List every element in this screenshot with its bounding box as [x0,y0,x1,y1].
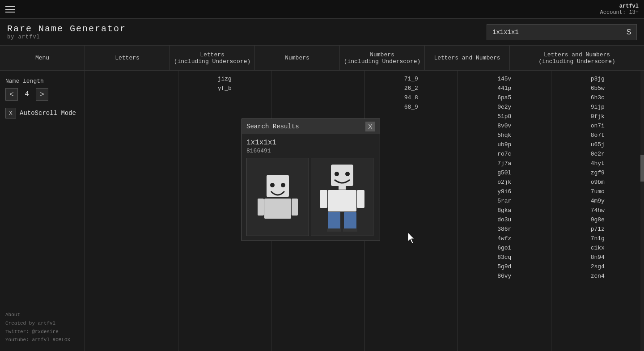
search-bar: S [487,24,637,40]
avatar-fullbody [311,158,373,236]
col-header-numbers[interactable]: Numbers [255,46,340,70]
list-item[interactable]: 5g9d [458,262,551,271]
list-item[interactable]: 6goi [458,243,551,253]
search-result-id: 8166491 [246,148,375,154]
list-item[interactable]: 4wfz [458,234,551,243]
list-item[interactable]: 94_8 [365,93,458,102]
col-header-letters-and-numbers-us[interactable]: Letters and Numbers(including Underscore… [510,46,644,70]
list-item[interactable]: 51p8 [458,112,551,121]
autoscroll-mode[interactable]: X AutoScroll Mode [5,108,79,118]
list-item[interactable]: 7n1g [551,234,644,243]
list-item[interactable]: 68_9 [365,102,458,112]
svg-point-7 [335,172,339,176]
list-item[interactable]: p3jg [551,74,644,84]
list-item[interactable]: 26_2 [365,84,458,93]
search-result-avatars [246,158,375,236]
list-item[interactable]: p71z [551,224,644,234]
list-item[interactable]: 386r [458,224,551,234]
about-section: About Created by artfvl Twitter: @rxdesi… [5,311,79,344]
search-button[interactable]: S [621,24,637,40]
list-item[interactable]: g50l [458,168,551,178]
list-item[interactable]: 0e2r [551,149,644,159]
list-item[interactable]: 7umo [551,187,644,196]
list-item[interactable]: zgf9 [551,168,644,178]
autoscroll-toggle[interactable]: X [5,108,16,118]
search-results-title: Search Results [246,123,299,130]
list-item[interactable]: 8o7t [551,131,644,140]
list-item[interactable]: o9bm [551,178,644,187]
app-subtitle: by artfvl [7,34,126,40]
col-header-letters-us[interactable]: Letters(including Underscore) [170,46,255,70]
svg-rect-13 [328,212,340,230]
list-item[interactable]: 0fjk [551,112,644,121]
list-item[interactable]: 86vy [458,271,551,281]
account-username: artfvl [600,3,639,9]
search-input[interactable] [487,24,621,40]
list-item[interactable]: 7j7a [458,159,551,168]
list-item[interactable]: 8n94 [551,253,644,262]
list-item[interactable]: y9i6 [458,187,551,196]
svg-rect-14 [344,212,356,230]
list-item[interactable]: 0e2y [458,102,551,112]
list-item[interactable]: 4m9y [551,196,644,206]
list-item[interactable]: ro7c [458,149,551,159]
avatar-bust [246,158,309,236]
list-item[interactable]: 5hqk [458,131,551,140]
list-item[interactable]: 441p [458,84,551,93]
list-item[interactable]: yf_b [178,84,271,93]
account-info: artfvl Account: 13+ [600,3,639,16]
list-item[interactable]: 6h3c [551,93,644,102]
list-item[interactable]: jizg [178,74,271,84]
search-results-body: 1x1x1x1 8166491 [242,134,380,241]
scrollbar-thumb[interactable] [640,155,644,182]
svg-rect-16 [343,228,357,232]
col-header-menu[interactable]: Menu [0,46,85,70]
list-item[interactable]: 5rar [458,196,551,206]
avatar-bust-svg [258,173,298,222]
list-item[interactable]: i45v [458,74,551,84]
list-item[interactable]: o2jk [458,178,551,187]
svg-rect-4 [258,199,264,216]
name-length-value: 4 [22,90,31,98]
search-result-name: 1x1x1x1 [246,139,375,147]
list-item[interactable]: 6pa5 [458,93,551,102]
list-item[interactable]: ub9p [458,140,551,149]
svg-rect-0 [267,175,289,197]
list-item[interactable]: 83cq [458,253,551,262]
svg-point-8 [345,172,350,176]
list-item[interactable]: 74hw [551,206,644,215]
header: Rare Name Generator by artfvl S [0,19,644,46]
col-header-numbers-us[interactable]: Numbers(including Underscore) [340,46,425,70]
app-title-text: Rare Name Generator [7,24,126,34]
list-item[interactable]: on7i [551,121,644,131]
list-item[interactable]: do3u [458,215,551,224]
list-item[interactable]: 9ijp [551,102,644,112]
col-letters [85,71,178,351]
search-results-header: Search Results X [242,119,380,134]
list-item[interactable]: 8v0v [458,121,551,131]
svg-rect-5 [292,199,298,216]
app-title: Rare Name Generator by artfvl [7,24,126,40]
svg-point-2 [281,183,285,187]
hamburger-menu[interactable] [5,6,15,13]
list-item[interactable]: u65j [551,140,644,149]
svg-rect-11 [320,190,327,208]
list-item[interactable]: 2sg4 [551,262,644,271]
list-item[interactable]: 6b5w [551,84,644,93]
increase-button[interactable]: > [36,88,48,101]
list-item[interactable]: c1kx [551,243,644,253]
list-item[interactable]: 9g8e [551,215,644,224]
about-line-1: Created by artfvl [5,319,79,328]
list-item[interactable]: zcn4 [551,271,644,281]
col-header-letters-and-numbers[interactable]: Letters and Numbers [425,46,510,70]
about-line-0: About [5,311,79,319]
list-item[interactable]: 71_9 [365,74,458,84]
search-results-close-button[interactable]: X [365,122,375,131]
list-item[interactable]: 8gka [458,206,551,215]
decrease-button[interactable]: < [5,88,18,101]
svg-rect-9 [339,186,346,190]
scrollbar-track[interactable] [640,71,644,351]
col-header-letters[interactable]: Letters [85,46,170,70]
sidebar: Name length < 4 > X AutoScroll Mode Abou… [0,71,85,351]
list-item[interactable]: 4hyt [551,159,644,168]
